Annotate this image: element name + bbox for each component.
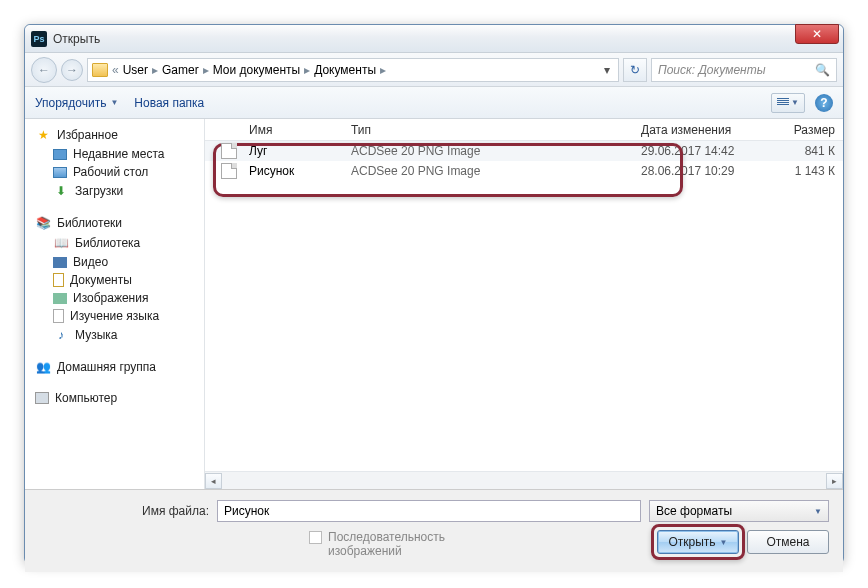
breadcrumb-part[interactable]: User bbox=[123, 63, 148, 77]
sidebar-item-library[interactable]: 📖Библиотека bbox=[35, 233, 204, 253]
breadcrumb-part[interactable]: Мои документы bbox=[213, 63, 300, 77]
refresh-button[interactable]: ↻ bbox=[623, 58, 647, 82]
search-icon: 🔍 bbox=[815, 63, 830, 77]
file-row[interactable]: Рисунок ACDSee 20 PNG Image 28.06.2017 1… bbox=[205, 161, 843, 181]
sidebar-group-libraries[interactable]: 📚Библиотеки bbox=[35, 213, 204, 233]
nav-bar: ← → « User ▸ Gamer ▸ Мои документы ▸ Док… bbox=[25, 53, 843, 87]
recent-places-icon bbox=[53, 149, 67, 160]
close-icon: ✕ bbox=[812, 27, 822, 41]
file-row[interactable]: Луг ACDSee 20 PNG Image 29.06.2017 14:42… bbox=[205, 141, 843, 161]
sidebar-group-favorites[interactable]: ★Избранное bbox=[35, 125, 204, 145]
images-icon bbox=[53, 293, 67, 304]
folder-icon bbox=[92, 63, 108, 77]
chevron-right-icon: ▸ bbox=[201, 63, 211, 77]
libraries-icon: 📚 bbox=[35, 215, 51, 231]
sequence-checkbox[interactable] bbox=[309, 531, 322, 544]
page-icon bbox=[53, 309, 64, 323]
close-button[interactable]: ✕ bbox=[795, 24, 839, 44]
cancel-button[interactable]: Отмена bbox=[747, 530, 829, 554]
toolbar: Упорядочить ▼ Новая папка ▼ ? bbox=[25, 87, 843, 119]
chevron-down-icon: ▼ bbox=[720, 538, 728, 547]
sequence-label: Последовательность изображений bbox=[328, 530, 478, 558]
arrow-left-icon: ← bbox=[38, 63, 50, 77]
chevron-down-icon: ▼ bbox=[814, 507, 822, 516]
view-options-button[interactable]: ▼ bbox=[771, 93, 805, 113]
sidebar-group-computer[interactable]: Компьютер bbox=[35, 389, 204, 407]
column-headers: Имя Тип Дата изменения Размер bbox=[205, 119, 843, 141]
sidebar-group-homegroup[interactable]: 👥Домашняя группа bbox=[35, 357, 204, 377]
sidebar: ★Избранное Недавние места Рабочий стол ⬇… bbox=[25, 119, 205, 489]
chevron-right-icon: ▸ bbox=[378, 63, 388, 77]
sidebar-item-downloads[interactable]: ⬇Загрузки bbox=[35, 181, 204, 201]
column-name[interactable]: Имя bbox=[241, 123, 343, 137]
organize-button[interactable]: Упорядочить ▼ bbox=[35, 96, 118, 110]
scroll-right-button[interactable]: ▸ bbox=[826, 473, 843, 489]
titlebar[interactable]: Ps Открыть ✕ bbox=[25, 25, 843, 53]
nav-back-button[interactable]: ← bbox=[31, 57, 57, 83]
column-date[interactable]: Дата изменения bbox=[633, 123, 759, 137]
refresh-icon: ↻ bbox=[630, 63, 640, 77]
computer-icon bbox=[35, 392, 49, 404]
open-dialog: Ps Открыть ✕ ← → « User ▸ Gamer ▸ Мои до… bbox=[24, 24, 844, 564]
sidebar-item-images[interactable]: Изображения bbox=[35, 289, 204, 307]
sidebar-item-video[interactable]: Видео bbox=[35, 253, 204, 271]
downloads-icon: ⬇ bbox=[53, 183, 69, 199]
column-size[interactable]: Размер bbox=[759, 123, 843, 137]
search-placeholder: Поиск: Документы bbox=[658, 63, 809, 77]
breadcrumb[interactable]: « User ▸ Gamer ▸ Мои документы ▸ Докумен… bbox=[87, 58, 619, 82]
sidebar-item-desktop[interactable]: Рабочий стол bbox=[35, 163, 204, 181]
sidebar-item-documents[interactable]: Документы bbox=[35, 271, 204, 289]
filename-label: Имя файла: bbox=[39, 504, 209, 518]
search-input[interactable]: Поиск: Документы 🔍 bbox=[651, 58, 837, 82]
sidebar-item-music[interactable]: ♪Музыка bbox=[35, 325, 204, 345]
nav-forward-button[interactable]: → bbox=[61, 59, 83, 81]
horizontal-scrollbar[interactable]: ◂ ▸ bbox=[205, 471, 843, 489]
filename-input[interactable]: Рисунок bbox=[217, 500, 641, 522]
homegroup-icon: 👥 bbox=[35, 359, 51, 375]
sequence-checkbox-row: Последовательность изображений bbox=[309, 530, 478, 558]
bottom-panel: Имя файла: Рисунок Все форматы ▼ Последо… bbox=[25, 489, 843, 572]
scroll-left-button[interactable]: ◂ bbox=[205, 473, 222, 489]
file-type-filter[interactable]: Все форматы ▼ bbox=[649, 500, 829, 522]
open-button[interactable]: Открыть ▼ bbox=[657, 530, 739, 554]
music-icon: ♪ bbox=[53, 327, 69, 343]
body: ★Избранное Недавние места Рабочий стол ⬇… bbox=[25, 119, 843, 489]
file-list: Имя Тип Дата изменения Размер Луг ACDSee… bbox=[205, 119, 843, 489]
desktop-icon bbox=[53, 167, 67, 178]
sidebar-item-language[interactable]: Изучение языка bbox=[35, 307, 204, 325]
chevron-right-icon: ▸ bbox=[302, 63, 312, 77]
file-icon bbox=[221, 143, 237, 159]
chevron-right-icon: « bbox=[110, 63, 121, 77]
star-icon: ★ bbox=[35, 127, 51, 143]
library-icon: 📖 bbox=[53, 235, 69, 251]
sidebar-item-recent[interactable]: Недавние места bbox=[35, 145, 204, 163]
breadcrumb-part[interactable]: Документы bbox=[314, 63, 376, 77]
video-icon bbox=[53, 257, 67, 268]
column-type[interactable]: Тип bbox=[343, 123, 633, 137]
new-folder-button[interactable]: Новая папка bbox=[134, 96, 204, 110]
window-title: Открыть bbox=[53, 32, 100, 46]
chevron-down-icon: ▼ bbox=[110, 98, 118, 107]
app-icon: Ps bbox=[31, 31, 47, 47]
chevron-down-icon[interactable]: ▾ bbox=[600, 63, 614, 77]
help-icon: ? bbox=[820, 96, 827, 110]
help-button[interactable]: ? bbox=[815, 94, 833, 112]
chevron-down-icon: ▼ bbox=[791, 98, 799, 107]
arrow-right-icon: → bbox=[66, 63, 78, 77]
list-view-icon bbox=[777, 98, 789, 108]
chevron-right-icon: ▸ bbox=[150, 63, 160, 77]
documents-icon bbox=[53, 273, 64, 287]
breadcrumb-part[interactable]: Gamer bbox=[162, 63, 199, 77]
file-icon bbox=[221, 163, 237, 179]
